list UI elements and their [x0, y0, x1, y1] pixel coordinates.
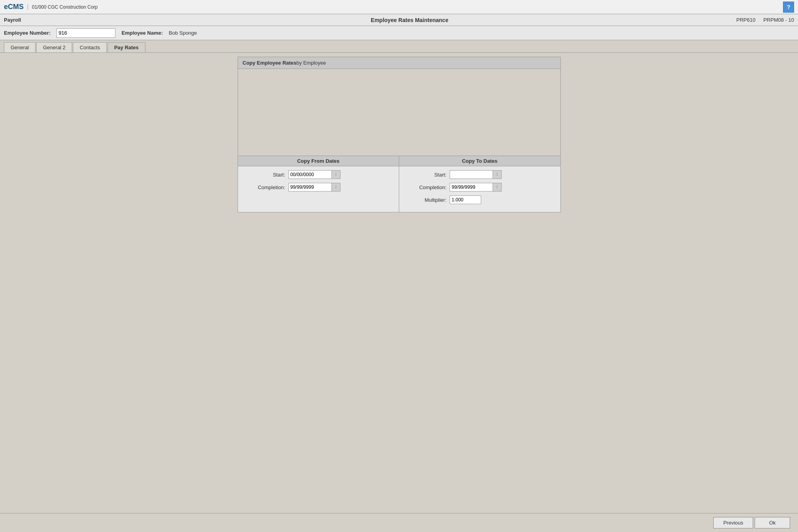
copy-rates-body	[238, 69, 560, 156]
page-id: PRPM08 - 10	[763, 17, 794, 23]
copy-to-fields: Start: ⋮ Completion: ⋮	[399, 166, 560, 212]
employee-bar: Employee Number: Employee Name: Bob Spon…	[0, 26, 798, 40]
app-title: eCMS	[4, 3, 24, 11]
tab-general2[interactable]: General 2	[36, 42, 72, 52]
ok-button[interactable]: Ok	[755, 517, 790, 528]
copy-from-start-wrap: ⋮	[288, 170, 340, 179]
copy-to-section: Copy To Dates Start: ⋮ Completion: ⋮	[399, 156, 560, 212]
employee-name-value: Bob Sponge	[169, 30, 197, 36]
employee-name-label: Employee Name:	[121, 30, 163, 36]
copy-to-start-wrap: ⋮	[450, 170, 502, 179]
copy-from-start-row: Start: ⋮	[246, 170, 391, 179]
copy-from-completion-label: Completion:	[246, 184, 285, 190]
copy-from-completion-wrap: ⋮	[288, 183, 340, 192]
copy-from-start-label: Start:	[246, 172, 285, 178]
previous-button[interactable]: Previous	[713, 517, 753, 528]
dates-container: Copy From Dates Start: ⋮ Completion:	[238, 156, 560, 212]
copy-from-completion-row: Completion: ⋮	[246, 183, 391, 192]
copy-to-start-input[interactable]	[450, 170, 493, 179]
multiplier-row: Multiplier:	[407, 195, 552, 204]
tab-contacts[interactable]: Contacts	[73, 42, 106, 52]
module-name: Payroll	[4, 17, 83, 23]
tab-general[interactable]: General	[4, 42, 35, 52]
copy-to-completion-wrap: ⋮	[450, 183, 502, 192]
page-code: PRP610	[737, 17, 755, 23]
copy-from-header: Copy From Dates	[238, 156, 399, 166]
help-button[interactable]: ?	[783, 2, 794, 13]
copy-to-start-label: Start:	[407, 172, 446, 178]
copy-from-start-cal-button[interactable]: ⋮	[332, 170, 340, 179]
copy-to-start-row: Start: ⋮	[407, 170, 552, 179]
copy-from-section: Copy From Dates Start: ⋮ Completion:	[238, 156, 400, 212]
copy-to-header: Copy To Dates	[399, 156, 560, 166]
page-title: Employee Rates Maintenance	[83, 17, 737, 23]
copy-to-completion-label: Completion:	[407, 184, 446, 190]
top-bar: eCMS 01/000 CGC Construction Corp ?	[0, 0, 798, 14]
copy-from-completion-cal-button[interactable]: ⋮	[332, 183, 340, 192]
tab-pay-rates[interactable]: Pay Rates	[108, 42, 145, 52]
copy-rates-title-suffix: by Employee	[296, 60, 326, 66]
copy-rates-header: Copy Employee Rates by Employee	[238, 57, 560, 69]
multiplier-label: Multiplier:	[407, 197, 446, 203]
employee-number-label: Employee Number:	[4, 30, 50, 36]
multiplier-input[interactable]	[450, 195, 481, 204]
copy-to-completion-cal-button[interactable]: ⋮	[493, 183, 502, 192]
copy-to-start-cal-button[interactable]: ⋮	[493, 170, 502, 179]
company-info: 01/000 CGC Construction Corp	[28, 4, 98, 10]
main-content: Copy Employee Rates by Employee Copy Fro…	[0, 53, 798, 513]
copy-from-fields: Start: ⋮ Completion: ⋮	[238, 166, 399, 199]
copy-from-completion-input[interactable]	[288, 183, 332, 192]
employee-number-input[interactable]	[56, 28, 115, 38]
copy-rates-panel: Copy Employee Rates by Employee Copy Fro…	[238, 57, 561, 212]
copy-to-completion-row: Completion: ⋮	[407, 183, 552, 192]
copy-to-completion-input[interactable]	[450, 183, 493, 192]
header-bar: Payroll Employee Rates Maintenance PRP61…	[0, 14, 798, 26]
tabs-bar: General General 2 Contacts Pay Rates	[0, 40, 798, 53]
bottom-bar: Previous Ok	[0, 513, 798, 532]
copy-rates-title-bold: Copy Employee Rates	[243, 60, 297, 66]
copy-from-start-input[interactable]	[288, 170, 332, 179]
